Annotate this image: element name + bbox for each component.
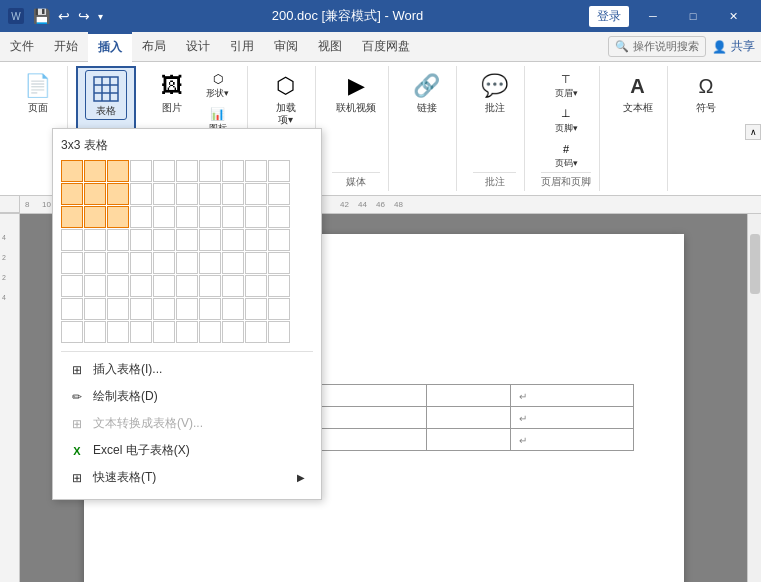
- save-button[interactable]: 💾: [30, 6, 53, 26]
- ribbon-search[interactable]: 🔍 操作说明搜索: [608, 36, 706, 57]
- link-button[interactable]: 🔗 链接: [407, 68, 447, 116]
- grid-cell-4-7[interactable]: [222, 252, 244, 274]
- grid-cell-2-1[interactable]: [84, 206, 106, 228]
- grid-cell-3-8[interactable]: [245, 229, 267, 251]
- dropdown-quick-table[interactable]: ⊞ 快速表格(T) ▶: [61, 464, 313, 491]
- grid-cell-6-6[interactable]: [199, 298, 221, 320]
- grid-cell-5-3[interactable]: [130, 275, 152, 297]
- grid-cell-5-7[interactable]: [222, 275, 244, 297]
- grid-cell-2-8[interactable]: [245, 206, 267, 228]
- pageno-button[interactable]: # 页码▾: [552, 138, 581, 171]
- grid-cell-3-3[interactable]: [130, 229, 152, 251]
- dropdown-draw-table[interactable]: ✏ 绘制表格(D): [61, 383, 313, 410]
- undo-button[interactable]: ↩: [55, 6, 73, 26]
- vertical-scrollbar[interactable]: [747, 214, 761, 582]
- grid-cell-6-8[interactable]: [245, 298, 267, 320]
- grid-cell-4-3[interactable]: [130, 252, 152, 274]
- grid-cell-5-9[interactable]: [268, 275, 290, 297]
- grid-cell-4-6[interactable]: [199, 252, 221, 274]
- grid-cell-1-2[interactable]: [107, 183, 129, 205]
- tab-design[interactable]: 设计: [176, 32, 220, 62]
- grid-cell-1-5[interactable]: [176, 183, 198, 205]
- grid-cell-7-2[interactable]: [107, 321, 129, 343]
- dropdown-insert-table[interactable]: ⊞ 插入表格(I)...: [61, 356, 313, 383]
- grid-cell-0-9[interactable]: [268, 160, 290, 182]
- grid-cell-6-5[interactable]: [176, 298, 198, 320]
- grid-cell-3-5[interactable]: [176, 229, 198, 251]
- grid-cell-4-4[interactable]: [153, 252, 175, 274]
- grid-cell-4-5[interactable]: [176, 252, 198, 274]
- grid-cell-0-2[interactable]: [107, 160, 129, 182]
- share-button[interactable]: 👤 共享: [706, 36, 761, 57]
- grid-cell-4-1[interactable]: [84, 252, 106, 274]
- tab-references[interactable]: 引用: [220, 32, 264, 62]
- grid-cell-3-7[interactable]: [222, 229, 244, 251]
- grid-cell-0-5[interactable]: [176, 160, 198, 182]
- grid-cell-0-1[interactable]: [84, 160, 106, 182]
- tab-review[interactable]: 审阅: [264, 32, 308, 62]
- grid-cell-2-4[interactable]: [153, 206, 175, 228]
- grid-cell-2-2[interactable]: [107, 206, 129, 228]
- grid-cell-1-9[interactable]: [268, 183, 290, 205]
- grid-cell-0-0[interactable]: [61, 160, 83, 182]
- grid-cell-7-8[interactable]: [245, 321, 267, 343]
- grid-cell-3-0[interactable]: [61, 229, 83, 251]
- grid-cell-0-3[interactable]: [130, 160, 152, 182]
- tab-view[interactable]: 视图: [308, 32, 352, 62]
- redo-button[interactable]: ↪: [75, 6, 93, 26]
- shapes-button[interactable]: ⬡ 形状▾: [196, 68, 239, 101]
- grid-cell-0-4[interactable]: [153, 160, 175, 182]
- grid-cell-4-2[interactable]: [107, 252, 129, 274]
- comment-button[interactable]: 💬 批注: [475, 68, 515, 116]
- grid-cell-2-5[interactable]: [176, 206, 198, 228]
- table-button[interactable]: 表格: [85, 70, 127, 120]
- grid-cell-1-0[interactable]: [61, 183, 83, 205]
- grid-cell-6-2[interactable]: [107, 298, 129, 320]
- login-button[interactable]: 登录: [589, 6, 629, 27]
- grid-cell-3-1[interactable]: [84, 229, 106, 251]
- grid-cell-6-7[interactable]: [222, 298, 244, 320]
- grid-cell-3-9[interactable]: [268, 229, 290, 251]
- grid-cell-6-1[interactable]: [84, 298, 106, 320]
- picture-button[interactable]: 🖼 图片: [152, 68, 192, 116]
- grid-cell-4-0[interactable]: [61, 252, 83, 274]
- restore-button[interactable]: □: [673, 0, 713, 32]
- footer-button[interactable]: ⊥ 页脚▾: [552, 103, 581, 136]
- grid-cell-7-3[interactable]: [130, 321, 152, 343]
- grid-cell-5-8[interactable]: [245, 275, 267, 297]
- grid-cell-5-6[interactable]: [199, 275, 221, 297]
- grid-cell-1-3[interactable]: [130, 183, 152, 205]
- grid-cell-5-2[interactable]: [107, 275, 129, 297]
- grid-cell-7-5[interactable]: [176, 321, 198, 343]
- grid-cell-6-0[interactable]: [61, 298, 83, 320]
- dropdown-excel-table[interactable]: X Excel 电子表格(X): [61, 437, 313, 464]
- tab-layout[interactable]: 布局: [132, 32, 176, 62]
- tab-insert[interactable]: 插入: [88, 32, 132, 62]
- pages-button[interactable]: 📄 页面: [18, 68, 58, 116]
- grid-cell-6-9[interactable]: [268, 298, 290, 320]
- grid-cell-2-9[interactable]: [268, 206, 290, 228]
- grid-cell-4-8[interactable]: [245, 252, 267, 274]
- textbox-button[interactable]: A 文本框: [618, 68, 658, 116]
- grid-cell-2-3[interactable]: [130, 206, 152, 228]
- grid-cell-7-4[interactable]: [153, 321, 175, 343]
- grid-cell-3-4[interactable]: [153, 229, 175, 251]
- grid-cell-1-4[interactable]: [153, 183, 175, 205]
- grid-cell-0-6[interactable]: [199, 160, 221, 182]
- ribbon-collapse-button[interactable]: ∧: [745, 124, 761, 140]
- table-grid[interactable]: [61, 160, 313, 343]
- grid-cell-5-1[interactable]: [84, 275, 106, 297]
- grid-cell-2-7[interactable]: [222, 206, 244, 228]
- grid-cell-7-7[interactable]: [222, 321, 244, 343]
- header-button[interactable]: ⊤ 页眉▾: [552, 68, 581, 101]
- tab-file[interactable]: 文件: [0, 32, 44, 62]
- grid-cell-1-8[interactable]: [245, 183, 267, 205]
- grid-cell-1-7[interactable]: [222, 183, 244, 205]
- customize-button[interactable]: ▾: [95, 9, 106, 24]
- addins-button[interactable]: ⬡ 加载项▾: [266, 68, 306, 128]
- grid-cell-6-3[interactable]: [130, 298, 152, 320]
- grid-cell-5-0[interactable]: [61, 275, 83, 297]
- grid-cell-5-4[interactable]: [153, 275, 175, 297]
- grid-cell-7-0[interactable]: [61, 321, 83, 343]
- grid-cell-7-1[interactable]: [84, 321, 106, 343]
